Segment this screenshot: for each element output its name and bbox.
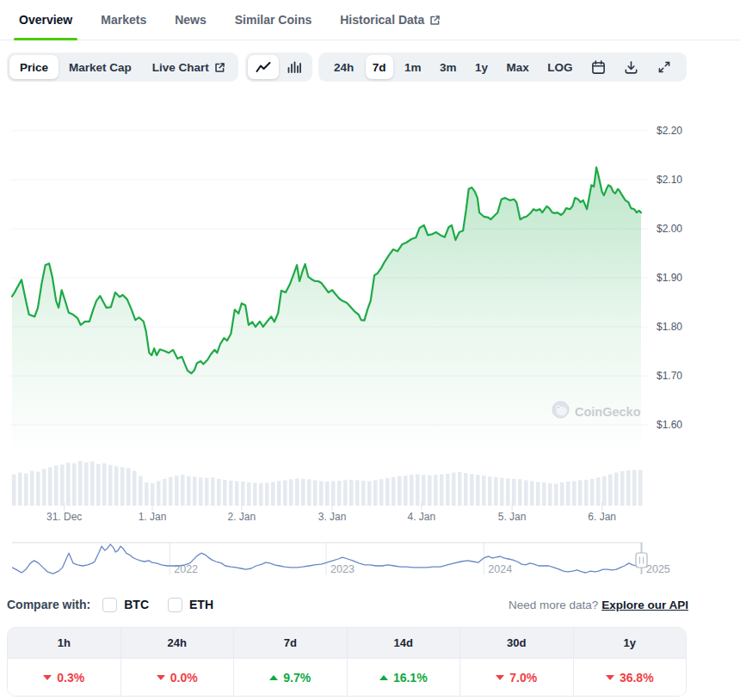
x-axis-label: 5. Jan: [498, 511, 527, 523]
tab-markets[interactable]: Markets: [99, 0, 148, 40]
volume-bar: [512, 479, 516, 506]
volume-bar: [572, 481, 577, 506]
volume-bar: [295, 478, 299, 506]
volume-bar: [632, 470, 637, 506]
performance-table-values: 0.3% 0.0% 9.7% 16.1% 7.0% 36.8%: [8, 659, 686, 696]
volume-bar: [506, 478, 510, 506]
volume-bar: [596, 477, 601, 506]
volume-bar: [229, 481, 233, 506]
volume-bar: [379, 479, 384, 506]
line-chart-type-button[interactable]: [248, 55, 279, 79]
download-button[interactable]: [617, 55, 645, 79]
date-range-button[interactable]: [584, 55, 613, 79]
x-axis-label: 2. Jan: [227, 511, 256, 523]
volume-bar: [48, 467, 52, 506]
compare-eth-option[interactable]: ETH: [168, 598, 213, 612]
fullscreen-expand-button[interactable]: [651, 55, 678, 79]
volume-bar: [78, 461, 83, 506]
price-chart[interactable]: $2.20$2.10$2.00$1.90$1.80$1.70$1.6031. D…: [0, 95, 740, 585]
volume-bar: [30, 470, 34, 506]
volume-bar: [638, 470, 643, 506]
volume-bar: [434, 475, 438, 506]
volume-bar: [169, 477, 173, 506]
log-scale-button[interactable]: LOG: [540, 55, 579, 79]
volume-bar: [524, 480, 528, 506]
compare-btc-option[interactable]: BTC: [102, 598, 149, 612]
volume-bar: [530, 481, 534, 506]
btc-checkbox[interactable]: [102, 598, 117, 612]
y-axis-label: $1.60: [657, 419, 682, 431]
external-link-icon: [429, 15, 441, 26]
volume-bar: [554, 484, 558, 506]
volume-bar: [440, 475, 444, 506]
volume-bar: [181, 475, 185, 506]
volume-bar: [108, 465, 113, 506]
volume-bar: [301, 479, 305, 506]
volume-bar: [157, 481, 161, 506]
navigator-year-label: 2022: [174, 563, 198, 575]
change-value-1h: 0.3%: [43, 671, 84, 685]
price-area-fill: [12, 168, 641, 506]
volume-bar: [608, 475, 613, 506]
y-axis-label: $2.00: [657, 223, 682, 235]
volume-bar: [578, 480, 583, 506]
performance-table: 1h 24h 7d 14d 30d 1y 0.3% 0.0% 9.7% 16.1…: [7, 627, 687, 697]
direction-triangle-icon: [496, 675, 504, 680]
x-axis-label: 1. Jan: [139, 511, 167, 523]
volume-bar: [410, 475, 414, 506]
range-1y-button[interactable]: 1y: [468, 55, 495, 79]
tab-overview[interactable]: Overview: [17, 0, 74, 40]
volume-bar: [114, 466, 119, 506]
direction-triangle-icon: [157, 675, 165, 680]
volume-bar: [355, 480, 360, 506]
volume-bar: [36, 471, 40, 506]
range-1m-button[interactable]: 1m: [398, 55, 429, 79]
navigator-drag-handle[interactable]: [636, 553, 647, 568]
eth-checkbox[interactable]: [168, 598, 182, 612]
chart-toolbar: Price Market Cap Live Chart: [0, 52, 740, 82]
volume-bar: [367, 481, 372, 506]
expand-icon: [657, 60, 671, 74]
y-axis-label: $1.90: [657, 272, 682, 284]
volume-bar: [163, 479, 167, 506]
tab-historical-data[interactable]: Historical Data: [338, 0, 442, 40]
bar-chart-type-button[interactable]: [279, 55, 310, 79]
direction-triangle-icon: [379, 675, 388, 680]
volume-bar: [482, 476, 486, 506]
volume-bar: [349, 480, 354, 506]
button-label: Price: [20, 61, 48, 74]
range-7d-button[interactable]: 7d: [366, 55, 393, 79]
navigator-year-label: 2025: [646, 563, 670, 575]
button-label: Market Cap: [69, 61, 132, 74]
col-header-24h: 24h: [121, 628, 235, 659]
navigator-year-label: 2023: [330, 563, 355, 575]
live-chart-button[interactable]: Live Chart: [142, 55, 236, 79]
range-24h-button[interactable]: 24h: [327, 55, 361, 79]
tab-news[interactable]: News: [173, 0, 208, 40]
market-cap-button[interactable]: Market Cap: [59, 55, 142, 79]
volume-bar: [211, 477, 215, 506]
compare-row: Compare with: BTC ETH Need more data?Exp…: [7, 594, 688, 615]
button-label: 3m: [440, 61, 457, 74]
volume-bar: [120, 467, 125, 506]
volume-bar: [458, 472, 462, 506]
range-3m-button[interactable]: 3m: [433, 55, 464, 79]
change-value-14d: 16.1%: [379, 671, 428, 685]
price-button[interactable]: Price: [9, 55, 59, 79]
volume-bar: [54, 465, 59, 506]
volume-bar: [223, 480, 227, 506]
volume-bar: [283, 480, 287, 506]
y-axis-label: $2.10: [657, 174, 682, 186]
tab-similar-coins[interactable]: Similar Coins: [233, 0, 313, 40]
col-header-14d: 14d: [348, 628, 461, 659]
performance-table-header: 1h 24h 7d 14d 30d 1y: [8, 628, 686, 659]
volume-bar: [325, 482, 330, 506]
tab-label: Historical Data: [340, 13, 424, 27]
volume-bar: [271, 482, 275, 506]
volume-bar: [542, 482, 546, 506]
range-max-button[interactable]: Max: [500, 55, 536, 79]
volume-bar: [373, 480, 378, 506]
explore-api-link[interactable]: Explore our API: [601, 599, 688, 611]
tab-label: Overview: [19, 13, 72, 27]
volume-bar: [428, 476, 432, 506]
